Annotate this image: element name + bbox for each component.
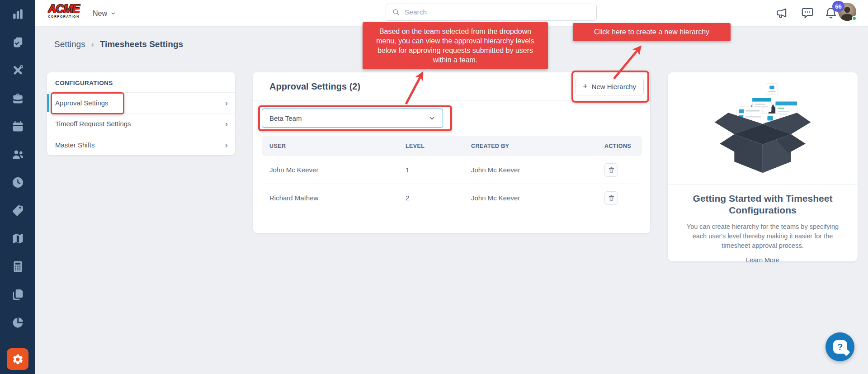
- learn-more-link[interactable]: Learn More: [746, 256, 779, 264]
- tags-icon[interactable]: [0, 196, 35, 224]
- chevron-right-icon: ›: [225, 99, 228, 107]
- configurations-panel: CONFIGURATIONS Approval Settings › Timeo…: [47, 72, 235, 155]
- team-dropdown[interactable]: Beta Team: [262, 109, 443, 128]
- sidebar-item-approval-settings[interactable]: Approval Settings ›: [47, 93, 235, 114]
- notification-count-badge[interactable]: 66: [832, 1, 844, 12]
- cell-level: 1: [406, 166, 471, 174]
- online-status-dot: [852, 16, 857, 21]
- logo-name: ACME: [45, 3, 82, 14]
- reports-icon[interactable]: [0, 280, 35, 308]
- chevron-right-icon: ›: [225, 141, 228, 149]
- annotation-callout-dropdown: Based on the team selected from the drop…: [363, 22, 548, 69]
- new-hierarchy-button[interactable]: + New Hierarchy: [575, 78, 644, 95]
- config-item-label: Master Shifts: [55, 141, 95, 149]
- settings-icon[interactable]: [7, 348, 28, 370]
- logo-tagline: CORPORATION: [45, 15, 82, 18]
- approval-hierarchy-table: USER LEVEL CREATED BY ACTIONS John Mc Ke…: [262, 136, 642, 212]
- announcements-icon[interactable]: [775, 6, 789, 20]
- column-header-user: USER: [269, 143, 406, 149]
- company-logo[interactable]: ACME CORPORATION: [45, 3, 82, 18]
- configurations-title: CONFIGURATIONS: [47, 72, 235, 93]
- tools-icon[interactable]: [0, 56, 35, 84]
- map-icon[interactable]: [0, 224, 35, 252]
- global-search: [386, 4, 597, 21]
- new-hierarchy-label: New Hierarchy: [592, 83, 636, 90]
- table-row: Richard Mathew 2 John Mc Keever: [262, 184, 642, 212]
- chevron-right-icon: ›: [225, 119, 228, 128]
- breadcrumb-separator: ›: [91, 40, 94, 49]
- sidebar-item-master-shifts[interactable]: Master Shifts ›: [47, 134, 235, 155]
- trash-icon: [608, 166, 615, 173]
- new-menu-label: New: [93, 9, 107, 18]
- messages-icon[interactable]: [801, 6, 814, 20]
- dashboard-icon[interactable]: [0, 0, 35, 28]
- jobs-icon[interactable]: [0, 84, 35, 112]
- breadcrumb-settings[interactable]: Settings: [54, 39, 85, 49]
- help-button[interactable]: ?: [826, 332, 854, 361]
- config-item-label: Approval Settings: [55, 99, 108, 107]
- plus-icon: +: [583, 82, 588, 90]
- getting-started-title: Getting Started with Timesheet Configura…: [679, 193, 846, 217]
- team-icon[interactable]: [0, 140, 35, 168]
- trash-icon: [608, 194, 615, 201]
- cell-user: Richard Mathew: [269, 194, 406, 202]
- getting-started-card: Getting Started with Timesheet Configura…: [668, 72, 858, 261]
- help-icon: ?: [833, 340, 847, 354]
- delete-button[interactable]: [604, 163, 618, 177]
- calculator-icon[interactable]: [0, 252, 35, 280]
- panel-title-row: Approval Settings (2) + New Hierarchy: [253, 72, 650, 101]
- sidebar: [0, 0, 35, 374]
- chevron-down-icon: [429, 115, 435, 122]
- breadcrumb: Settings › Timesheets Settings: [54, 38, 183, 51]
- table-header-row: USER LEVEL CREATED BY ACTIONS: [262, 136, 642, 156]
- getting-started-text: You can create hierarchy for the teams b…: [679, 222, 846, 251]
- chevron-down-icon: [110, 10, 116, 16]
- open-box-illustration: [668, 72, 858, 185]
- sidebar-item-timeoff-request-settings[interactable]: Timeoff Request Settings ›: [47, 114, 235, 134]
- annotation-callout-new-hierarchy: Click here to create a new hierarchy: [573, 23, 731, 41]
- cell-created-by: John Mc Keever: [471, 166, 604, 174]
- column-header-created-by: CREATED BY: [471, 143, 604, 149]
- delete-button[interactable]: [604, 191, 618, 205]
- page-title: Timesheets Settings: [100, 39, 183, 49]
- analytics-icon[interactable]: [0, 308, 35, 336]
- getting-started-body: Getting Started with Timesheet Configura…: [668, 185, 858, 264]
- time-tracking-icon[interactable]: [0, 168, 35, 196]
- cell-user: John Mc Keever: [269, 166, 406, 174]
- config-item-label: Timeoff Request Settings: [55, 120, 131, 128]
- help-glyph: ?: [837, 342, 843, 352]
- new-menu-button[interactable]: New: [93, 0, 116, 27]
- column-header-level: LEVEL: [406, 143, 471, 149]
- schedule-icon[interactable]: [0, 112, 35, 140]
- search-icon: [392, 8, 400, 16]
- cell-level: 2: [406, 194, 471, 202]
- box-with-documents-icon: [711, 81, 814, 175]
- search-input[interactable]: [405, 8, 590, 16]
- panel-title: Approval Settings (2): [269, 81, 360, 92]
- table-row: John Mc Keever 1 John Mc Keever: [262, 156, 642, 184]
- column-header-actions: ACTIONS: [604, 143, 634, 149]
- team-dropdown-value: Beta Team: [269, 114, 302, 122]
- tasks-icon[interactable]: [0, 28, 35, 56]
- approval-settings-panel: Approval Settings (2) + New Hierarchy Be…: [253, 72, 650, 233]
- cell-created-by: John Mc Keever: [471, 194, 604, 202]
